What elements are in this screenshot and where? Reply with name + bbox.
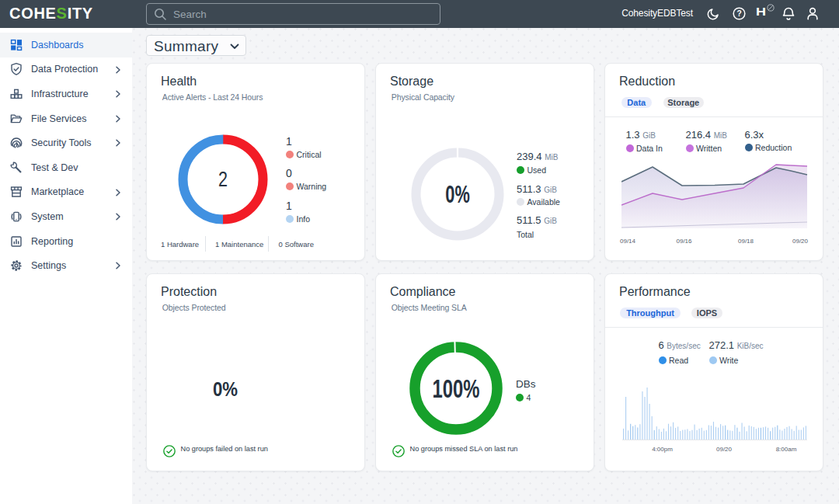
svg-text:?: ?: [736, 9, 741, 18]
